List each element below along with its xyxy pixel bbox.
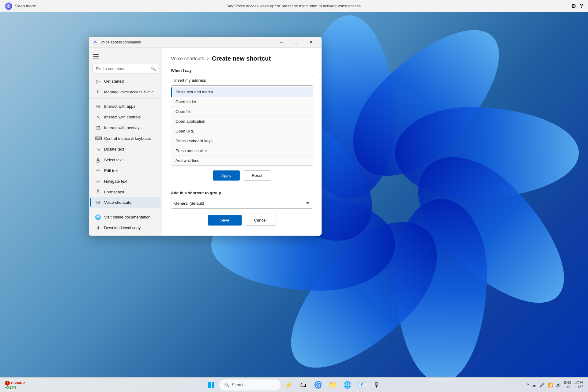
- reset-button[interactable]: Reset: [243, 170, 271, 181]
- nav-label-interact-controls: Interact with controls: [104, 115, 141, 119]
- close-button[interactable]: ✕: [304, 38, 318, 47]
- taskbar-app-browser2[interactable]: 🌐: [341, 378, 354, 392]
- svg-point-0: [8, 5, 9, 6]
- nav-divider: [89, 98, 162, 99]
- folder-icon: 📁: [329, 381, 337, 389]
- files-icon: 🗂: [300, 381, 307, 389]
- action-item-press-keyboard[interactable]: Press keyboard keys: [171, 136, 313, 146]
- sidebar-item-interact-apps[interactable]: ⊞ Interact with apps: [90, 101, 161, 112]
- sidebar-item-manage-voice[interactable]: 🎙 Manage voice access & mic: [90, 87, 161, 97]
- sidebar-item-navigate-text[interactable]: ⇌ Navigate text: [90, 176, 161, 187]
- save-button[interactable]: Save: [208, 215, 242, 226]
- taskbar: ! USD/INR +0.17% 🔍 Search ⚡ 🗂: [0, 377, 588, 392]
- nav-label-control-mouse: Control mouse & keyboard: [104, 136, 151, 141]
- breadcrumb-parent[interactable]: Voice shortcuts: [171, 56, 204, 62]
- action-item-open-application[interactable]: Open application: [171, 117, 313, 126]
- maximize-button[interactable]: □: [289, 38, 303, 47]
- start-button[interactable]: [205, 378, 218, 392]
- cancel-button[interactable]: Cancel: [245, 215, 276, 226]
- sidebar-item-interact-controls[interactable]: ↖ Interact with controls: [90, 112, 161, 122]
- sidebar-item-interact-overlays[interactable]: ⊡ Interact with overlays: [90, 122, 161, 133]
- nav-icon-edit-text: ✏: [95, 168, 101, 174]
- breadcrumb-current: Create new shortcut: [212, 55, 271, 62]
- dialog-body: 🔍 ▷ Get started 🎙 Manage voice access & …: [89, 48, 322, 236]
- nav-icon-visit-docs: 🌐: [95, 214, 101, 220]
- clock[interactable]: 12:34 11/27: [574, 380, 583, 390]
- section-divider: [171, 188, 313, 188]
- breadcrumb-separator: >: [207, 56, 209, 62]
- svg-rect-4: [212, 382, 214, 385]
- voice-access-icon: [5, 2, 12, 10]
- taskbar-app-voice[interactable]: 🎙: [370, 378, 383, 392]
- taskbar-search[interactable]: 🔍 Search: [219, 379, 281, 390]
- tray-mic-icon[interactable]: 🎤: [539, 382, 545, 388]
- tray-chevron-icon[interactable]: ^: [526, 382, 530, 388]
- nav-icon-dictate-text: ∿: [95, 146, 101, 152]
- window-icon: [92, 39, 98, 45]
- nav-label-download-copy: Download local copy: [104, 226, 141, 230]
- taskbar-app-speedial[interactable]: ⚡: [282, 378, 295, 392]
- action-item-press-mouse[interactable]: Press mouse click: [171, 146, 313, 156]
- speedial-icon: ⚡: [285, 381, 292, 389]
- taskbar-app-mail[interactable]: 📧: [355, 378, 369, 392]
- search-input[interactable]: [92, 64, 158, 73]
- hamburger-menu-button[interactable]: [91, 51, 101, 61]
- svg-rect-3: [208, 382, 211, 385]
- sidebar-item-select-text[interactable]: A̲ Select text: [90, 155, 161, 165]
- action-item-open-file[interactable]: Open file: [171, 107, 313, 117]
- nav-icon-navigate-text: ⇌: [95, 178, 101, 184]
- taskbar-left: ! USD/INR +0.17%: [5, 381, 25, 389]
- taskbar-app-files[interactable]: 🗂: [296, 378, 310, 392]
- content-panel: Voice shortcuts > Create new shortcut Wh…: [162, 48, 322, 236]
- sidebar-item-visit-docs[interactable]: 🌐 Visit online documentation: [90, 212, 161, 222]
- nav-icon-select-text: A̲: [95, 157, 101, 163]
- nav-label-visit-docs: Visit online documentation: [104, 215, 151, 219]
- taskbar-app-folder[interactable]: 📁: [326, 378, 339, 392]
- taskbar-app-edge[interactable]: 🌀: [311, 378, 325, 392]
- lang-display: ENGUS: [564, 380, 571, 389]
- sidebar: 🔍 ▷ Get started 🎙 Manage voice access & …: [89, 48, 162, 236]
- clock-date: 11/27: [574, 385, 583, 390]
- sidebar-item-edit-text[interactable]: ✏ Edit text: [90, 165, 161, 176]
- nav-label-get-started: Get started: [104, 79, 124, 84]
- taskbar-center: 🔍 Search ⚡ 🗂 🌀 📁 🌐 📧 🎙: [205, 378, 383, 392]
- action-item-add-wait[interactable]: Add wait time: [171, 156, 313, 165]
- when-i-say-label: When I say: [171, 68, 313, 73]
- sidebar-item-voice-shortcuts[interactable]: ⊟ Voice shortcuts: [90, 197, 161, 208]
- tray-volume-icon[interactable]: 🔊: [555, 382, 562, 388]
- voice-access-bar: Sleep mode Say "voice access wake up" or…: [0, 0, 588, 12]
- stock-badge[interactable]: ! USD/INR +0.17%: [5, 381, 25, 389]
- nav-label-dictate-text: Dictate text: [104, 147, 124, 151]
- tray-cloud-icon[interactable]: ☁: [531, 382, 537, 388]
- window-title: Voice access commands: [100, 40, 272, 44]
- hamburger-line-1: [93, 54, 99, 55]
- action-item-paste-text[interactable]: Paste text and media: [171, 87, 313, 97]
- voice-bar-message: Say "voice access wake up" or press the …: [226, 4, 362, 8]
- hamburger-line-2: [93, 56, 99, 57]
- breadcrumb: Voice shortcuts > Create new shortcut: [171, 55, 313, 62]
- sidebar-item-format-text[interactable]: Ā Format text: [90, 187, 161, 197]
- help-icon[interactable]: ?: [580, 3, 583, 9]
- sidebar-item-get-started[interactable]: ▷ Get started: [90, 76, 161, 87]
- minimize-button[interactable]: ─: [274, 38, 288, 47]
- taskbar-right: ^ ☁ 🎤 📶 🔊 ENGUS 12:34 11/27: [526, 380, 583, 390]
- sidebar-item-download-copy[interactable]: ⬇ Download local copy: [90, 222, 161, 233]
- nav-icon-get-started: ▷: [95, 78, 101, 84]
- sleep-mode-label: Sleep mode: [15, 4, 36, 8]
- svg-rect-6: [212, 385, 214, 388]
- sidebar-item-dictate-text[interactable]: ∿ Dictate text: [90, 144, 161, 155]
- action-item-open-url[interactable]: Open URL: [171, 126, 313, 136]
- search-icon[interactable]: 🔍: [151, 66, 156, 71]
- taskbar-search-icon: 🔍: [224, 383, 229, 387]
- group-select[interactable]: General (default)Custom group 1: [171, 198, 313, 209]
- clock-time: 12:34: [574, 380, 583, 385]
- settings-icon[interactable]: ⚙: [571, 3, 576, 9]
- sidebar-item-control-mouse[interactable]: ⌨ Control mouse & keyboard: [90, 133, 161, 144]
- nav-divider: [89, 209, 162, 209]
- tray-network-icon[interactable]: 📶: [547, 382, 553, 388]
- stock-name: USD/INR: [11, 381, 25, 385]
- when-i-say-input[interactable]: [171, 75, 313, 86]
- apply-button[interactable]: Apply: [213, 170, 240, 181]
- nav-items-container: ▷ Get started 🎙 Manage voice access & mi…: [89, 76, 162, 233]
- action-item-open-folder[interactable]: Open folder: [171, 97, 313, 107]
